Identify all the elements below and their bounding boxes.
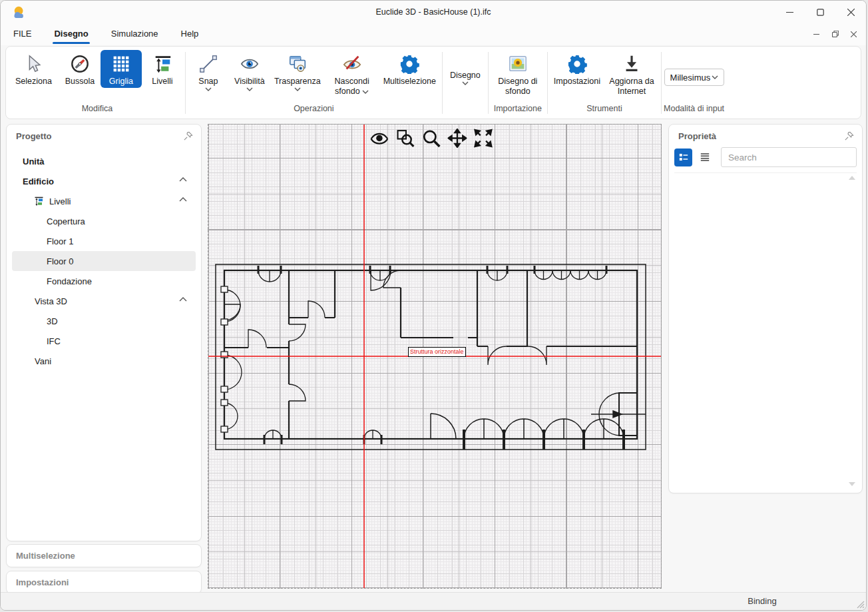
gear-icon: [566, 53, 588, 75]
snap-button[interactable]: Snap: [188, 50, 229, 93]
eye-icon: [239, 53, 260, 75]
background-image-icon: [507, 53, 529, 75]
close-icon[interactable]: [835, 1, 866, 23]
project-panel-title: Progetto: [16, 131, 51, 141]
group-label-strumenti: Strumenti: [550, 101, 659, 117]
tree-item-fondazione[interactable]: Fondazione: [12, 271, 196, 291]
status-bar: Binding: [1, 592, 866, 610]
input-mode-select[interactable]: Millesimus: [664, 69, 724, 86]
title-bar: Euclide 3D - BasicHouse (1).ifc: [1, 1, 866, 23]
tree-item-edificio[interactable]: Edificio: [12, 171, 196, 191]
group-label-modifica: Modifica: [11, 101, 183, 117]
tree-item-vista-3d[interactable]: Vista 3D: [12, 291, 196, 311]
chevron-down-icon: [462, 81, 469, 85]
zoom-window-icon[interactable]: [395, 128, 415, 148]
chevron-down-icon: [712, 75, 718, 79]
project-panel: Progetto Unità Edificio Livelli Copertur…: [6, 124, 202, 541]
aggiorna-da-internet-button[interactable]: Aggiorna da Internet: [604, 50, 659, 98]
seleziona-button[interactable]: Seleziona: [11, 50, 56, 88]
impostazioni-button[interactable]: Impostazioni: [550, 50, 604, 88]
tree-item-unita[interactable]: Unità: [12, 151, 196, 171]
tree-item-vani[interactable]: Vani: [12, 351, 196, 371]
tree-item-floor-0[interactable]: Floor 0: [12, 251, 196, 271]
doc-minimize-icon[interactable]: [807, 27, 825, 41]
window-title: Euclide 3D - BasicHouse (1).ifc: [1, 1, 866, 23]
ribbon-group-importazione: Disegno di sfondo Importazione: [491, 50, 545, 117]
menu-file[interactable]: FILE: [12, 25, 33, 44]
doc-restore-icon[interactable]: [827, 27, 844, 41]
tree-item-copertura[interactable]: Copertura: [12, 211, 196, 231]
group-label-operazioni: Operazioni: [188, 101, 440, 117]
properties-search-input[interactable]: [721, 147, 857, 167]
structure-tooltip: Struttura orizzontale: [408, 347, 466, 357]
menu-disegno[interactable]: Disegno: [53, 25, 89, 44]
minimize-icon[interactable]: [774, 1, 805, 23]
cursor-icon: [23, 53, 44, 75]
multiselezione-button[interactable]: Multiselezione: [379, 50, 440, 88]
tree-item-floor-1[interactable]: Floor 1: [12, 231, 196, 251]
tree-item-livelli[interactable]: Livelli: [12, 191, 196, 211]
maximize-icon[interactable]: [805, 1, 835, 23]
chevron-down-icon: [205, 87, 212, 91]
ribbon: Seleziona Bussola: [5, 46, 861, 119]
group-label-modalita: Modalità di input: [664, 101, 724, 117]
pin-icon[interactable]: [844, 131, 854, 141]
compass-icon: [69, 53, 91, 75]
project-tree: Unità Edificio Livelli Copertura Floor 1…: [12, 151, 196, 371]
disegno-dropdown-button[interactable]: Disegno: [445, 50, 486, 87]
levels-icon: [33, 196, 44, 206]
bussola-button[interactable]: Bussola: [59, 50, 101, 88]
properties-toolbar: [674, 146, 857, 168]
ribbon-group-modalita: Millesimus Modalità di input: [664, 50, 724, 117]
status-binding-label: Binding: [732, 593, 793, 609]
pin-icon[interactable]: [183, 131, 193, 141]
chevron-up-icon[interactable]: [179, 197, 188, 202]
chevron-up-icon[interactable]: [179, 297, 188, 302]
ribbon-group-operazioni: Snap Visibilità: [188, 50, 440, 117]
snap-icon: [198, 53, 219, 75]
trasparenza-button[interactable]: Trasparenza: [270, 50, 325, 93]
disegno-di-sfondo-button[interactable]: Disegno di sfondo: [491, 50, 545, 98]
nascondi-sfondo-button[interactable]: Nascondi sfondo: [325, 50, 379, 98]
list-view-button[interactable]: [696, 149, 714, 166]
tree-item-3d[interactable]: 3D: [12, 311, 196, 331]
chevron-down-icon: [246, 87, 253, 91]
chevron-down-icon: [294, 87, 301, 91]
levels-icon: [152, 53, 173, 75]
tree-item-ifc[interactable]: IFC: [12, 331, 196, 351]
categorized-view-button[interactable]: [674, 149, 692, 166]
app-window: Euclide 3D - BasicHouse (1).ifc FILE Dis…: [0, 0, 867, 611]
visibilita-button[interactable]: Visibilità: [229, 50, 270, 93]
chevron-up-icon[interactable]: [179, 177, 188, 182]
impostazioni-panel-header[interactable]: Impostazioni: [6, 571, 202, 594]
menu-help[interactable]: Help: [180, 25, 200, 44]
magnifier-icon[interactable]: [421, 128, 441, 148]
drawing-canvas[interactable]: Struttura orizzontale: [208, 124, 662, 589]
chevron-down-icon: [362, 90, 369, 94]
move-icon[interactable]: [447, 128, 467, 148]
gear-icon: [399, 53, 420, 75]
canvas-toolbar: [369, 128, 493, 148]
group-label-importazione: Importazione: [491, 101, 545, 117]
scroll-up-icon[interactable]: [849, 176, 855, 180]
transparency-windows-icon: [287, 53, 308, 75]
griglia-button[interactable]: Griglia: [101, 50, 142, 88]
resize-grip[interactable]: [857, 601, 865, 609]
ribbon-group-modifica: Seleziona Bussola: [11, 50, 183, 117]
grid-icon: [110, 53, 132, 75]
download-icon: [621, 53, 642, 75]
properties-panel: Proprietà: [668, 124, 863, 493]
menu-bar: FILE Disegno Simulazione Help: [1, 23, 866, 45]
fit-view-icon[interactable]: [473, 128, 493, 148]
properties-panel-title: Proprietà: [678, 131, 716, 141]
multiselezione-panel-header[interactable]: Multiselezione: [6, 544, 202, 567]
doc-close-icon[interactable]: [845, 27, 862, 41]
hidden-eye-icon: [341, 53, 363, 75]
pan-eye-icon[interactable]: [369, 128, 389, 148]
ribbon-group-strumenti: Impostazioni Aggiorna da Internet Strume…: [550, 50, 659, 117]
scroll-down-icon[interactable]: [849, 482, 855, 486]
livelli-button[interactable]: Livelli: [142, 50, 183, 88]
ribbon-group-disegno: Disegno: [445, 50, 486, 117]
properties-content: [674, 172, 857, 489]
menu-simulazione[interactable]: Simulazione: [110, 25, 160, 44]
